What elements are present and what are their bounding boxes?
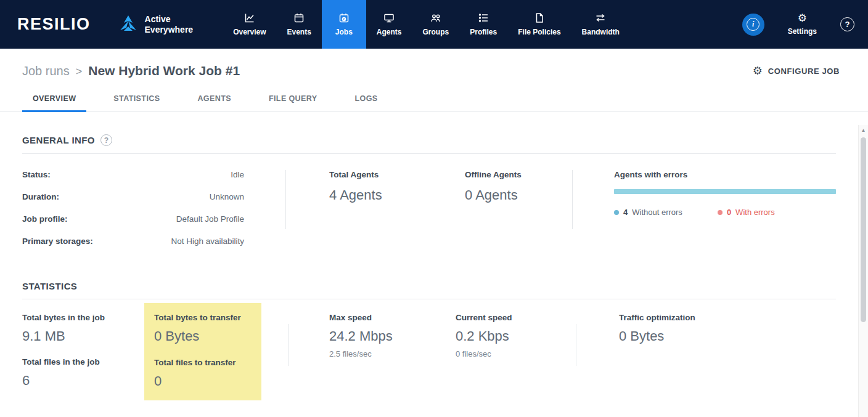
job-totals-column: Total bytes in the job 9.1 MB Total file… [22,299,144,389]
scrollbar-thumb[interactable] [861,137,866,322]
gear-icon: ⚙ [798,13,807,24]
nav-item-file-policies[interactable]: File Policies [507,0,571,49]
field-value: Idle [231,170,244,179]
nav-item-jobs[interactable]: Jobs [322,0,366,49]
nav-item-agents[interactable]: Agents [366,0,412,49]
nav-label: Groups [423,28,449,36]
main-nav: Overview Events Jobs [223,0,630,49]
events-calendar-icon [293,12,305,23]
nav-label: Events [287,28,311,36]
file-policies-icon [534,12,545,23]
field-label: Duration: [22,192,59,201]
stat-label: Total bytes to transfer [154,313,252,322]
tab-content: GENERAL INFO ? Status: Idle Duration: Un… [0,134,868,400]
resilio-logo: RESILIO [0,15,91,34]
general-info-help-icon[interactable]: ? [100,134,112,146]
vertical-scrollbar[interactable]: ▲ [858,125,868,417]
tab-logs[interactable]: LOGS [344,94,388,111]
without-errors-count: 4 [623,208,628,217]
breadcrumb-job-runs-link[interactable]: Job runs [22,64,70,78]
nav-label: File Policies [518,28,560,36]
nav-item-bandwidth[interactable]: Bandwidth [571,0,630,49]
offline-agents-metric: Offline Agents 0 Agents [465,170,557,259]
nav-label: Agents [377,28,402,36]
scrollbar-up-arrow[interactable]: ▲ [859,125,868,135]
field-label: Primary storages: [22,237,93,246]
field-duration: Duration: Unknown [22,192,244,201]
section-divider [22,153,836,154]
metric-label: Total Agents [329,170,422,179]
nav-item-events[interactable]: Events [277,0,322,49]
page-header: Job runs > New Hybrid Work Job #1 ⚙ CONF… [0,49,868,78]
bandwidth-arrows-icon [595,12,606,23]
total-files-stat: Total files in the job 6 [22,357,144,389]
page-title: New Hybrid Work Job #1 [88,63,240,78]
stat-label: Current speed [456,313,576,322]
stat-value: 0 [154,373,252,389]
info-icon: i [747,18,760,31]
product-name-line1: Active [145,14,194,24]
errors-legend: 4 Without errors 0 With errors [614,208,836,217]
vertical-divider [288,324,289,366]
total-agents-metric: Total Agents 4 Agents [329,170,422,259]
top-navigation-bar: RESILIO Active Everywhere Overview [0,0,868,49]
with-errors-label: With errors [735,208,775,217]
stat-label: Total bytes in the job [22,313,144,322]
product-name-line2: Everywhere [145,25,194,34]
bytes-to-transfer-stat: Total bytes to transfer 0 Bytes [154,313,252,344]
job-tabs: OVERVIEW STATISTICS AGENTS FILE QUERY LO… [0,94,868,112]
info-button[interactable]: i [742,14,764,36]
stat-label: Traffic optimization [619,313,695,322]
with-errors-dot [718,210,723,215]
settings-button[interactable]: ⚙ Settings [788,13,817,36]
field-job-profile: Job profile: Default Job Profile [22,214,244,224]
jobs-calendar-clock-icon [338,12,350,23]
statistics-title: STATISTICS [22,281,77,291]
stat-value: 0.2 Kbps [456,328,576,344]
nav-label: Profiles [470,28,497,36]
topbar-right-cluster: i ⚙ Settings ? [742,0,868,49]
field-value: Unknown [210,192,244,201]
nav-label: Overview [233,28,266,36]
groups-icon [430,12,441,23]
active-everywhere-logo: Active Everywhere [118,14,194,35]
without-errors-dot [614,210,619,215]
nav-item-overview[interactable]: Overview [223,0,276,49]
settings-label: Settings [788,27,817,36]
stat-value: 0 Bytes [154,328,252,344]
stat-sub-value: 2.5 files/sec [329,349,456,358]
errors-progress-bar [614,189,836,194]
page: Job runs > New Hybrid Work Job #1 ⚙ CONF… [0,49,868,417]
vertical-divider [285,170,286,229]
nav-item-groups[interactable]: Groups [412,0,460,49]
tab-overview[interactable]: OVERVIEW [22,94,86,111]
stat-value: 6 [22,373,144,389]
question-icon: ? [845,20,850,29]
nav-label: Jobs [335,28,353,36]
statistics-section: STATISTICS Total bytes in the job 9.1 MB… [22,281,836,400]
configure-job-button[interactable]: ⚙ CONFIGURE JOB [753,64,840,78]
stat-sub-value: 0 files/sec [456,349,576,358]
field-value: Not High availability [171,237,244,246]
field-status: Status: Idle [22,170,244,179]
tab-agents[interactable]: AGENTS [187,94,242,111]
traffic-optimization-stat: Traffic optimization 0 Bytes [619,299,695,344]
stat-value: 0 Bytes [619,328,695,344]
tab-statistics[interactable]: STATISTICS [103,94,170,111]
metric-value: 4 Agents [329,187,422,203]
profiles-list-icon [478,12,489,23]
transfer-highlight-box: Total bytes to transfer 0 Bytes Total fi… [144,303,261,400]
general-info-section: GENERAL INFO ? Status: Idle Duration: Un… [22,134,836,259]
stat-label: Total files in the job [22,357,144,366]
general-info-title: GENERAL INFO [22,135,95,145]
agents-errors-label: Agents with errors [614,170,836,179]
overview-chart-icon [244,12,255,23]
general-info-fields: Status: Idle Duration: Unknown Job profi… [22,170,244,259]
total-bytes-stat: Total bytes in the job 9.1 MB [22,313,144,344]
field-label: Status: [22,170,51,179]
vertical-divider [572,170,573,229]
nav-item-profiles[interactable]: Profiles [459,0,507,49]
gear-icon: ⚙ [753,64,763,78]
tab-file-query[interactable]: FILE QUERY [258,94,328,111]
help-button[interactable]: ? [840,17,854,31]
